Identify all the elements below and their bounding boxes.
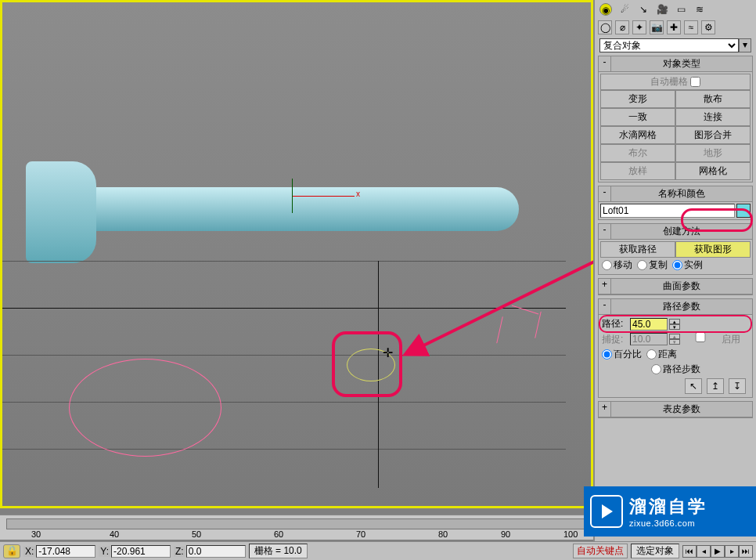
terrain-button[interactable]: 地形 (675, 144, 751, 162)
play-icon[interactable]: ▶ (711, 545, 725, 558)
rollout-title: 曲面参数 (611, 279, 752, 294)
object-name-input[interactable] (600, 204, 735, 218)
ruler-tick: 50 (192, 529, 201, 539)
rollout-name-color: -名称和颜色 (598, 186, 753, 220)
rollout-skin-params: +表皮参数 (598, 401, 753, 418)
mesher-button[interactable]: 网格化 (675, 162, 751, 180)
watermark: 溜溜自学 zixue.3d66.com (584, 486, 756, 537)
create-category-icons: ◯ ⌀ ✦ 📷 ✚ ≈ ⚙ (595, 19, 756, 36)
rollout-title: 名称和颜色 (611, 186, 752, 201)
coord-x-input[interactable] (36, 545, 95, 558)
coord-y-input[interactable] (111, 545, 171, 558)
spacewarps-icon[interactable]: ≈ (684, 20, 698, 34)
connect-button[interactable]: 连接 (675, 108, 751, 126)
instance-radio[interactable]: 实例 (672, 258, 703, 272)
rollout-creation-method: -创建方法 获取路径 获取图形 移动 复制 实例 (598, 223, 753, 275)
lock-selection-icon[interactable]: 🔒 (3, 544, 20, 558)
path-label: 路径: (602, 317, 628, 331)
snap-label: 捕捉: (602, 333, 628, 346)
chevron-down-icon[interactable]: ▾ (739, 38, 751, 52)
grid-readout: 栅格 = 10.0 (249, 544, 308, 558)
command-panel-tabs: ◉ ☄ ↘ 🎥 ▭ ≋ (595, 0, 756, 19)
selection-set-dropdown[interactable]: 选定对象 (631, 544, 679, 558)
goto-start-icon[interactable]: ⏮ (682, 545, 697, 558)
get-shape-button[interactable]: 获取图形 (675, 241, 751, 258)
path-spinner[interactable]: ▴▾ (669, 319, 680, 330)
rollout-title: 路径参数 (611, 299, 752, 314)
ruler-tick: 70 (356, 529, 365, 539)
rollout-title: 对象类型 (611, 56, 752, 71)
auto-grid-checkbox[interactable]: 自动栅格 (600, 74, 751, 90)
watermark-url: zixue.3d66.com (629, 518, 707, 528)
object-category-dropdown[interactable]: 复合对象 ▾ (599, 38, 751, 52)
cameras-icon[interactable]: 📷 (650, 20, 664, 34)
ruler-tick: 40 (110, 529, 119, 539)
rollout-path-params: -路径参数 路径: ▴▾ 捕捉: ▴▾ 启用 百分比 距离 路径步数 ↖ (598, 298, 753, 398)
ruler-tick: 30 (31, 529, 41, 539)
rollout-toggle[interactable]: + (599, 402, 611, 417)
rollout-toggle[interactable]: - (599, 186, 611, 201)
geometry-icon[interactable]: ◯ (598, 20, 612, 34)
command-panel: ◉ ☄ ↘ 🎥 ▭ ≋ ◯ ⌀ ✦ 📷 ✚ ≈ ⚙ 复合对象 ▾ -对象类型 自… (593, 0, 756, 560)
blobmesh-button[interactable]: 水滴网格 (600, 126, 675, 144)
snap-spinner[interactable]: ▴▾ (669, 334, 680, 345)
prev-shape-icon[interactable]: ↥ (707, 378, 724, 394)
next-shape-icon[interactable]: ↧ (729, 378, 746, 394)
modify-tab-icon[interactable]: ☄ (618, 3, 631, 16)
copy-radio[interactable]: 复制 (637, 258, 668, 272)
boolean-button[interactable]: 布尔 (600, 144, 675, 162)
object-color-swatch[interactable] (736, 204, 751, 218)
axis-y[interactable] (292, 179, 293, 213)
coord-z: Z: (174, 545, 246, 558)
axis-x[interactable] (292, 196, 355, 197)
object-category-select[interactable]: 复合对象 (599, 38, 739, 52)
axis-x-label: x (356, 190, 360, 198)
viewport-inner[interactable]: x ✛ (2, 2, 591, 506)
utilities-tab-icon[interactable]: ≋ (693, 3, 706, 16)
distance-radio[interactable]: 距离 (646, 348, 677, 361)
snap-value-input[interactable] (630, 333, 668, 345)
coord-z-input[interactable] (186, 545, 246, 558)
rollout-toggle[interactable]: - (599, 56, 611, 71)
rollout-toggle[interactable]: - (599, 224, 611, 239)
path-steps-radio[interactable]: 路径步数 (651, 363, 700, 376)
shapes-icon[interactable]: ⌀ (615, 20, 629, 34)
prev-frame-icon[interactable]: ◂ (697, 545, 711, 558)
loft-button[interactable]: 放样 (600, 162, 675, 180)
motion-tab-icon[interactable]: 🎥 (656, 3, 668, 16)
move-radio[interactable]: 移动 (602, 258, 632, 272)
goto-end-icon[interactable]: ⏭ (739, 545, 753, 558)
loft-head (26, 161, 96, 263)
autokey-button[interactable]: 自动关键点 (573, 544, 628, 558)
ruler-track[interactable] (6, 518, 587, 529)
morph-button[interactable]: 变形 (600, 90, 675, 108)
transform-gizmo[interactable]: x (292, 179, 362, 218)
enable-snap-checkbox[interactable]: 启用 (682, 332, 740, 346)
next-frame-icon[interactable]: ▸ (725, 545, 739, 558)
perspective-viewport[interactable]: x ✛ (0, 0, 593, 508)
rollout-toggle[interactable]: - (599, 299, 611, 314)
shape-circle-large[interactable] (69, 359, 221, 457)
systems-icon[interactable]: ⚙ (701, 20, 715, 34)
create-tab-icon[interactable]: ◉ (599, 3, 612, 16)
ruler-tick: 60 (274, 529, 283, 539)
status-bar: 🔒 X: Y: Z: 栅格 = 10.0 自动关键点 选定对象 ⏮ ◂ ▶ ▸ … (0, 541, 756, 560)
coord-x: X: (23, 545, 95, 558)
lights-icon[interactable]: ✦ (632, 20, 646, 34)
path-value-input[interactable] (630, 318, 668, 331)
percentage-radio[interactable]: 百分比 (602, 348, 642, 361)
pick-shape-icon[interactable]: ↖ (685, 378, 702, 394)
helpers-icon[interactable]: ✚ (667, 20, 681, 34)
rollout-toggle[interactable]: + (599, 279, 611, 294)
conform-button[interactable]: 一致 (600, 108, 675, 126)
snap-row: 捕捉: ▴▾ 启用 (600, 331, 751, 347)
ruler-tick: 80 (438, 529, 448, 539)
time-ruler[interactable]: 30 40 50 60 70 80 90 100 (0, 515, 593, 540)
ruler-tick: 90 (501, 529, 510, 539)
scatter-button[interactable]: 散布 (675, 90, 751, 108)
get-path-button[interactable]: 获取路径 (600, 241, 675, 258)
display-tab-icon[interactable]: ▭ (675, 3, 687, 16)
hierarchy-tab-icon[interactable]: ↘ (637, 3, 650, 16)
shapemerge-button[interactable]: 图形合并 (675, 126, 751, 144)
rollout-object-type: -对象类型 自动栅格 变形 散布 一致 连接 水滴网格 图形合并 布尔 地形 放… (598, 56, 753, 182)
